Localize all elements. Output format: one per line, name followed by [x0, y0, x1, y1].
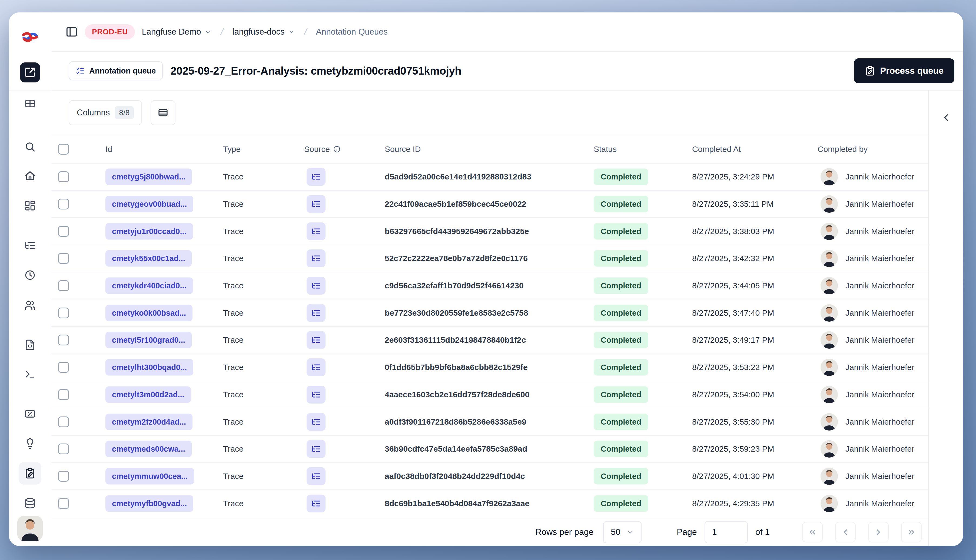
trace-tree-icon[interactable] — [307, 277, 325, 295]
last-page-button[interactable] — [901, 522, 922, 542]
row-checkbox[interactable] — [58, 443, 69, 454]
row-id-cell: cmetyg5j800bwad... — [105, 168, 192, 185]
sidebar-item-home[interactable] — [18, 165, 42, 187]
breadcrumb-section[interactable]: Annotation Queues — [316, 27, 388, 37]
row-id-link[interactable]: cmetygeov00buad... — [105, 196, 193, 212]
trace-tree-icon[interactable] — [307, 250, 325, 267]
row-checkbox[interactable] — [58, 226, 69, 237]
sidebar-item-sessions[interactable] — [18, 264, 42, 287]
table-row[interactable]: cmetyko0k00bsad... Trace be7723e30d80205… — [52, 300, 928, 327]
avatar — [821, 332, 838, 348]
row-id-link[interactable]: cmetylt3m00d2ad... — [105, 386, 191, 403]
trace-tree-icon[interactable] — [307, 386, 325, 403]
row-checkbox[interactable] — [58, 498, 69, 509]
row-id-link[interactable]: cmetyko0k00bsad... — [105, 305, 192, 321]
row-id-link[interactable]: cmetylht300bqad0... — [105, 359, 193, 376]
next-page-button[interactable] — [868, 522, 889, 542]
sidebar-item-datasets[interactable] — [18, 492, 42, 515]
trace-tree-icon[interactable] — [307, 331, 325, 349]
row-source-id: 8dc69b1ba1e540b4d084a7f9262a3aae — [385, 499, 529, 508]
avatar-photo-icon — [821, 223, 838, 240]
table-row[interactable]: cmetylt3m00d2ad... Trace 4aaece1603cb2e1… — [52, 382, 928, 408]
rows-per-page-select[interactable]: 50 — [603, 521, 642, 543]
search-icon — [24, 141, 36, 152]
info-icon[interactable] — [333, 145, 340, 153]
table-row[interactable]: cmetymeds00cwa... Trace 36b90cdfc47e5da1… — [52, 436, 928, 463]
row-source-id: d5ad9d52a00c6e14e1d4192880312d83 — [385, 172, 531, 182]
trace-tree-icon[interactable] — [307, 358, 325, 376]
page-number-input[interactable] — [704, 521, 748, 543]
row-checkbox[interactable] — [58, 172, 69, 182]
row-source-cell — [307, 222, 325, 240]
row-id-link[interactable]: cmetyl5r100grad0... — [105, 332, 192, 348]
trace-tree-icon[interactable] — [307, 168, 325, 186]
row-id-link[interactable]: cmetymyfb00gvad... — [105, 495, 193, 512]
open-external-button[interactable] — [20, 62, 40, 82]
row-checkbox[interactable] — [58, 335, 69, 345]
user-avatar[interactable] — [17, 516, 43, 541]
row-id-link[interactable]: cmetymeds00cwa... — [105, 441, 192, 457]
trace-tree-icon[interactable] — [307, 195, 325, 213]
external-link-icon — [24, 67, 36, 78]
sidebar-item-tracing[interactable] — [18, 234, 42, 257]
breadcrumb-org[interactable]: Langfuse Demo — [142, 27, 212, 37]
table-row[interactable]: cmetyg5j800bwad... Trace d5ad9d52a00c6e1… — [52, 163, 928, 191]
sidebar-item-annotation[interactable] — [18, 462, 42, 485]
sidebar-item-dashboards[interactable] — [18, 194, 42, 217]
trace-tree-icon[interactable] — [307, 495, 325, 512]
table-row[interactable]: cmetygeov00buad... Trace 22c41f09acae5b1… — [52, 191, 928, 218]
table-row[interactable]: cmetylht300bqad0... Trace 0f1dd65b7bb9bf… — [52, 354, 928, 382]
environment-badge[interactable]: PROD-EU — [85, 24, 135, 40]
table-row[interactable]: cmetyju1r00ccad0... Trace b63297665cfd44… — [52, 218, 928, 245]
sidebar-item-tables[interactable] — [18, 92, 42, 115]
table-row[interactable]: cmetyk55x00c1ad... Trace 52c72c2222ea78e… — [52, 245, 928, 272]
row-height-button[interactable] — [150, 100, 175, 125]
langfuse-logo-icon[interactable] — [22, 31, 38, 43]
table-row[interactable]: cmetym2fz00d4ad... Trace a0df3f901167218… — [52, 408, 928, 436]
row-checkbox[interactable] — [58, 308, 69, 318]
sidebar-item-search[interactable] — [18, 135, 42, 158]
sidebar-item-users[interactable] — [18, 294, 42, 317]
sidebar-item-insights[interactable] — [18, 432, 42, 455]
chevrons-right-icon — [907, 528, 916, 537]
table-row[interactable]: cmetymmuw00cea... Trace aaf0c38db0f3f204… — [52, 463, 928, 490]
columns-button[interactable]: Columns 8/8 — [69, 100, 142, 125]
row-id-link[interactable]: cmetymmuw00cea... — [105, 468, 194, 484]
row-id-cell: cmetymmuw00cea... — [105, 468, 194, 484]
trace-tree-icon[interactable] — [307, 222, 325, 240]
first-page-button[interactable] — [802, 522, 823, 542]
trace-tree-icon[interactable] — [307, 440, 325, 458]
row-id-link[interactable]: cmetyju1r00ccad0... — [105, 223, 193, 240]
row-id-link[interactable]: cmetyg5j800bwad... — [105, 168, 192, 185]
table-row[interactable]: cmetyl5r100grad0... Trace 2e603f31361115… — [52, 327, 928, 354]
row-checkbox[interactable] — [58, 389, 69, 400]
breadcrumb-project[interactable]: langfuse-docs — [232, 27, 295, 37]
avatar — [821, 386, 838, 403]
previous-page-button[interactable] — [835, 522, 856, 542]
row-checkbox[interactable] — [58, 280, 69, 291]
row-id-link[interactable]: cmetykdr400ciad0... — [105, 278, 193, 294]
row-checkbox[interactable] — [58, 417, 69, 427]
table-row[interactable]: cmetymyfb00gvad... Trace 8dc69b1ba1e540b… — [52, 490, 928, 517]
collapse-panel-button[interactable] — [938, 110, 954, 126]
table-row[interactable]: cmetykdr400ciad0... Trace c9d56ca32efaff… — [52, 272, 928, 300]
row-checkbox-cell — [58, 417, 69, 427]
sidebar-item-prompts[interactable] — [18, 333, 42, 356]
select-all-checkbox[interactable] — [58, 144, 69, 155]
row-checkbox[interactable] — [58, 253, 69, 264]
row-checkbox[interactable] — [58, 362, 69, 373]
trace-tree-icon[interactable] — [307, 467, 325, 485]
row-checkbox[interactable] — [58, 471, 69, 482]
sidebar-toggle-icon[interactable] — [65, 26, 78, 38]
trace-tree-icon[interactable] — [307, 304, 325, 322]
chevron-down-icon — [626, 528, 634, 536]
row-checkbox[interactable] — [58, 198, 69, 210]
sidebar-item-evaluation[interactable] — [18, 402, 42, 425]
process-queue-button[interactable]: Process queue — [854, 58, 954, 83]
chevron-down-icon — [204, 28, 212, 35]
row-id-link[interactable]: cmetyk55x00c1ad... — [105, 250, 192, 267]
trace-tree-icon[interactable] — [307, 413, 325, 431]
completed-by-name: Jannik Maierhoefer — [846, 335, 914, 345]
sidebar-item-playground[interactable] — [18, 363, 42, 386]
row-id-link[interactable]: cmetym2fz00d4ad... — [105, 413, 192, 430]
